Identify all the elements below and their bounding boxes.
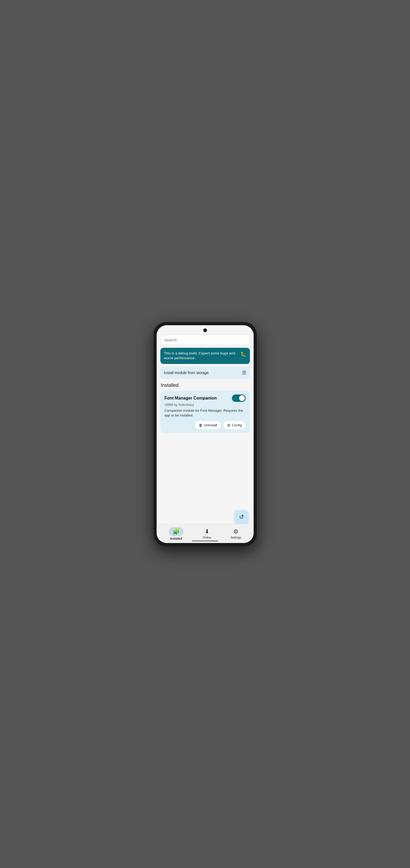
module-enable-toggle[interactable] xyxy=(232,395,246,402)
installed-section-label: Installed xyxy=(161,382,250,388)
config-icon: ⚙ xyxy=(227,423,231,427)
online-nav-icon: ⬇ xyxy=(205,528,209,535)
settings-nav-label: Settings xyxy=(231,536,241,539)
installed-nav-icon: 🧩 xyxy=(169,527,183,536)
module-title: Font Manager Companion xyxy=(165,396,217,401)
install-storage-label: Install module from storage xyxy=(164,371,209,375)
nav-online[interactable]: ⬇ Online xyxy=(199,527,215,540)
module-card: Font Manager Companion v9999 by Androida… xyxy=(160,391,250,433)
screen-content: This is a debug build. Expect some bugs … xyxy=(157,333,253,524)
uninstall-button[interactable]: 🗑 Uninstall xyxy=(195,421,221,429)
installed-nav-label: Installed xyxy=(170,537,182,540)
camera-notch xyxy=(203,329,207,332)
settings-nav-icon: ⚙ xyxy=(233,528,239,535)
online-nav-label: Online xyxy=(203,536,211,539)
bottom-nav: 🧩 Installed ⬇ Online ⚙ Settings xyxy=(157,524,253,543)
debug-banner: This is a debug build. Expect some bugs … xyxy=(160,348,250,364)
module-version: v9999 by Androidacy xyxy=(165,403,246,407)
bug-icon: 🐛 xyxy=(240,351,246,357)
fab-container: ↺ xyxy=(235,510,248,524)
phone-frame: This is a debug build. Expect some bugs … xyxy=(153,322,257,546)
search-input[interactable] xyxy=(160,335,250,345)
refresh-fab[interactable]: ↺ xyxy=(235,510,248,524)
list-icon: ☰ xyxy=(242,370,246,376)
uninstall-label: Uninstall xyxy=(204,423,217,427)
trash-icon: 🗑 xyxy=(199,423,203,427)
phone-screen: This is a debug build. Expect some bugs … xyxy=(157,325,253,543)
module-card-header: Font Manager Companion xyxy=(165,395,246,402)
module-actions: 🗑 Uninstall ⚙ Config xyxy=(165,421,246,429)
home-indicator xyxy=(192,540,218,541)
refresh-icon: ↺ xyxy=(239,514,244,521)
config-button[interactable]: ⚙ Config xyxy=(224,421,246,429)
toggle-knob xyxy=(239,395,245,401)
nav-installed[interactable]: 🧩 Installed xyxy=(165,526,187,542)
install-from-storage-button[interactable]: Install module from storage ☰ xyxy=(160,367,250,379)
debug-banner-text: This is a debug build. Expect some bugs … xyxy=(164,351,238,361)
module-description: Companion module for Font Manager. Requi… xyxy=(165,408,246,418)
config-label: Config xyxy=(232,423,242,427)
nav-settings[interactable]: ⚙ Settings xyxy=(226,527,245,540)
content-spacer xyxy=(160,436,250,522)
